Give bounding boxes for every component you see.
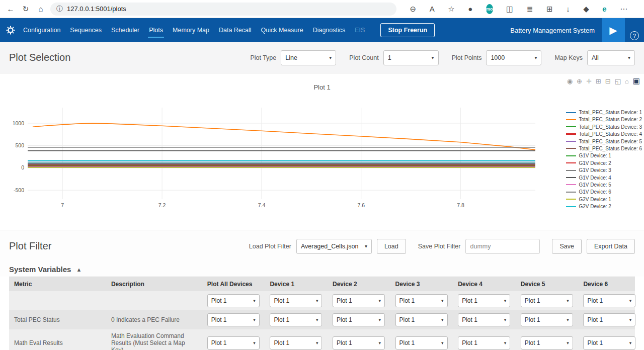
plot-select[interactable]: Plot 1▾ — [521, 294, 573, 307]
zoom-in-icon[interactable]: ⊞ — [594, 77, 603, 85]
plot-select[interactable]: Plot 1▾ — [458, 336, 510, 349]
extensions-icon[interactable]: ◆ — [583, 3, 589, 16]
plot-select[interactable]: Plot 1▾ — [583, 336, 635, 349]
legend-item[interactable]: G1V Device: 4 — [566, 175, 642, 181]
load-filter-select[interactable]: Averaged_Cells.json ▾ — [296, 239, 372, 254]
plot-select[interactable]: Plot 1▾ — [395, 313, 448, 326]
nav-item-plots[interactable]: Plots — [149, 18, 163, 42]
legend-item[interactable]: G1V Device: 3 — [566, 167, 642, 173]
plot-select[interactable]: Plot 1▾ — [583, 313, 635, 326]
plot-select[interactable]: Plot 1▾ — [583, 294, 635, 307]
legend-item[interactable]: G2V Device: 2 — [566, 204, 642, 209]
reset-axes-icon[interactable]: ⌂ — [623, 77, 631, 85]
legend-item[interactable]: Total_PEC_Status Device: 1 — [566, 110, 642, 115]
back-icon[interactable]: ← — [3, 3, 18, 16]
read-aloud-icon[interactable]: A — [430, 3, 435, 16]
nav-item-memory-map[interactable]: Memory Map — [173, 18, 209, 42]
plot-count-select[interactable]: 1 ▾ — [383, 50, 439, 65]
nav-item-quick-measure[interactable]: Quick Measure — [261, 18, 303, 42]
legend-item[interactable]: Total_PEC_Status Device: 5 — [566, 139, 642, 144]
legend-item[interactable]: Total_PEC_Status Device: 4 — [566, 131, 642, 137]
zoom-out-icon[interactable]: ⊟ — [603, 77, 613, 85]
legend-item[interactable]: G2V Device: 1 — [566, 197, 642, 202]
plot-type-select[interactable]: Line ▾ — [281, 50, 336, 65]
nav-item-diagnostics[interactable]: Diagnostics — [313, 18, 346, 42]
nav-item-configuration[interactable]: Configuration — [23, 18, 60, 42]
legend-item[interactable]: Total_PEC_Status Device: 3 — [566, 124, 642, 130]
settings-gear-icon[interactable] — [6, 18, 15, 42]
legend-label: G1V Device: 6 — [579, 189, 611, 195]
plot-select[interactable]: Plot 1▾ — [207, 313, 260, 326]
extension-badge-icon[interactable]: ● — [468, 3, 472, 16]
monica-icon[interactable]: mo — [486, 4, 493, 14]
plot-select[interactable]: Plot 1▾ — [207, 294, 260, 307]
plot-select-value: Plot 1 — [274, 297, 289, 304]
map-keys-select[interactable]: All ▾ — [587, 50, 635, 65]
plot-select[interactable]: Plot 1▾ — [333, 313, 385, 326]
save-filter-input[interactable] — [465, 239, 540, 254]
plot-select[interactable]: Plot 1▾ — [333, 294, 385, 307]
col-header-device-2: Device 2 — [328, 277, 390, 292]
nav-item-data-recall[interactable]: Data Recall — [219, 18, 252, 42]
legend-item[interactable]: G1V Device: 1 — [566, 153, 642, 158]
legend-item[interactable]: G1V Device: 6 — [566, 189, 642, 195]
system-variables-toggle[interactable]: System Variables ▲ — [0, 262, 644, 277]
export-data-button[interactable]: Export Data — [587, 239, 635, 254]
play-button[interactable]: ▶ — [602, 18, 625, 42]
split-screen-icon[interactable]: ◫ — [506, 3, 513, 16]
chevron-down-icon: ▾ — [316, 298, 318, 303]
plot-select-value: Plot 1 — [462, 316, 477, 323]
legend-item[interactable]: Total_PEC_Status Device: 6 — [566, 146, 642, 151]
plot-select[interactable]: Plot 1▾ — [521, 336, 573, 349]
plot-select[interactable]: Plot 1▾ — [395, 336, 448, 349]
site-info-icon[interactable]: ⓘ — [56, 5, 63, 14]
stop-freerun-button[interactable]: Stop Freerun — [380, 23, 435, 37]
plot-select-value: Plot 1 — [211, 316, 227, 323]
more-icon[interactable]: ⋯ — [620, 3, 627, 16]
collections-icon[interactable]: ⊞ — [546, 3, 553, 16]
plot-select[interactable]: Plot 1▾ — [333, 336, 385, 349]
zoom-icon[interactable]: ⊕ — [575, 77, 584, 85]
save-button[interactable]: Save — [552, 239, 582, 254]
plot-select[interactable]: Plot 1▾ — [458, 313, 510, 326]
plot-select-value: Plot 1 — [587, 316, 603, 323]
table-row: Math Eval ResultsMath Evaluation Command… — [9, 329, 635, 350]
favorites-icon[interactable]: ☆ — [448, 3, 454, 16]
plot-select-value: Plot 1 — [211, 339, 227, 346]
help-button[interactable]: ? — [630, 31, 639, 40]
home-icon[interactable]: ⌂ — [33, 3, 48, 16]
address-bar[interactable]: ⓘ 127.0.0.1:5001/plots — [50, 3, 396, 16]
plot-select-value: Plot 1 — [399, 339, 415, 346]
plot-select[interactable]: Plot 1▾ — [395, 294, 448, 307]
plot-canvas[interactable]: 77.27.47.67.8-50005001000 — [4, 101, 540, 211]
svg-text:-500: -500 — [14, 187, 24, 193]
plotly-logo-icon[interactable]: ▣ — [631, 76, 642, 85]
plot-select[interactable]: Plot 1▾ — [521, 313, 573, 326]
downloads-icon[interactable]: ↓ — [566, 3, 570, 16]
autoscale-icon[interactable]: ◱ — [613, 77, 623, 85]
svg-text:7.6: 7.6 — [357, 202, 365, 208]
refresh-icon[interactable]: ↻ — [18, 3, 33, 16]
plot-select[interactable]: Plot 1▾ — [458, 294, 510, 307]
browser-essentials-icon[interactable]: e — [602, 3, 606, 16]
favorites-bar-icon[interactable]: ≣ — [527, 3, 533, 16]
load-button[interactable]: Load — [377, 239, 406, 254]
legend-item[interactable]: G1V Device: 2 — [566, 160, 642, 166]
app-title: Battery Management System — [510, 27, 595, 34]
plot-select[interactable]: Plot 1▾ — [270, 294, 322, 307]
description-cell — [106, 291, 202, 310]
plot-select[interactable]: Plot 1▾ — [207, 336, 260, 349]
legend-item[interactable]: Total_PEC_Status Device: 2 — [566, 117, 642, 122]
plot-select-value: Plot 1 — [337, 316, 352, 323]
camera-icon[interactable]: ◉ — [565, 77, 575, 85]
plot-select[interactable]: Plot 1▾ — [270, 313, 322, 326]
nav-item-sequences[interactable]: Sequences — [70, 18, 102, 42]
plot-select[interactable]: Plot 1▾ — [270, 336, 322, 349]
legend-item[interactable]: G1V Device: 5 — [566, 182, 642, 188]
plot-points-select[interactable]: 1000 ▾ — [486, 50, 541, 65]
nav-item-scheduler[interactable]: Scheduler — [111, 18, 139, 42]
zoom-icon[interactable]: ⊖ — [410, 3, 417, 16]
pan-icon[interactable]: ✛ — [584, 77, 594, 85]
browser-toolbar: ← ↻ ⌂ ⓘ 127.0.0.1:5001/plots ⊖A☆●mo◫≣⊞↓◆… — [0, 0, 644, 18]
svg-text:7.2: 7.2 — [158, 202, 166, 208]
